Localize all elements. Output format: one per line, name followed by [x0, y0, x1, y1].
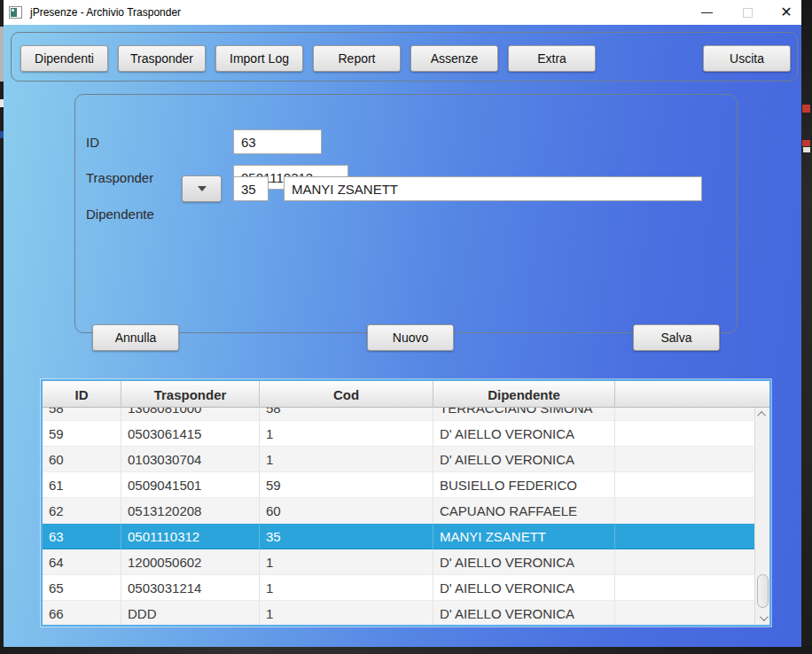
- scroll-down-button[interactable]: [755, 611, 770, 625]
- title-bar[interactable]: jPresenze - Archivio Trasponder ✕: [4, 0, 801, 25]
- minimize-button[interactable]: [693, 0, 720, 25]
- table-row[interactable]: 6001030307041D' AIELLO VERONICA: [43, 447, 754, 472]
- table-cell: 59: [43, 421, 121, 447]
- table-cell: 62: [43, 498, 121, 524]
- table-row[interactable]: 66DDD1D' AIELLO VERONICA: [43, 601, 754, 625]
- table-cell: 59: [260, 472, 433, 498]
- partial-row-clip: 58130808100058TERRACCIANO SIMONA: [43, 408, 754, 421]
- table-cell: 1: [260, 447, 433, 472]
- table-cell: D' AIELLO VERONICA: [433, 575, 615, 601]
- table-row[interactable]: 5905030614151D' AIELLO VERONICA: [43, 421, 754, 447]
- annulla-button[interactable]: Annulla: [92, 324, 179, 351]
- table-cell: 65: [43, 575, 121, 601]
- table-cell: 1: [260, 575, 433, 601]
- table-row[interactable]: 63050111031235MANYI ZSANETT: [43, 524, 754, 549]
- table-cell: 63: [43, 524, 121, 549]
- table-cell: [615, 447, 754, 472]
- maximize-button[interactable]: [734, 0, 761, 25]
- table-cell: 0509041501: [121, 472, 260, 498]
- table-cell: D' AIELLO VERONICA: [433, 549, 615, 575]
- trasponder-label: Trasponder: [86, 170, 153, 185]
- table-cell: 1308081000: [121, 408, 260, 421]
- table-cell: 1: [260, 549, 433, 575]
- table-cell: 60: [43, 447, 121, 472]
- column-header-cod[interactable]: Cod: [260, 381, 433, 408]
- table-row[interactable]: 61050904150159BUSIELLO FEDERICO: [43, 472, 754, 498]
- table-cell: 1: [260, 421, 433, 447]
- table-cell: [615, 601, 754, 625]
- salva-button[interactable]: Salva: [633, 324, 720, 351]
- table-row[interactable]: 62051312020860CAPUANO RAFFAELE: [43, 498, 754, 524]
- table-cell: BUSIELLO FEDERICO: [433, 472, 615, 498]
- table-scrollbar[interactable]: [754, 408, 769, 625]
- id-field[interactable]: 63: [233, 129, 322, 154]
- table-cell: 58: [260, 408, 433, 421]
- table-cell: D' AIELLO VERONICA: [433, 421, 615, 447]
- app-icon: [9, 6, 22, 19]
- minimize-icon: [701, 12, 713, 13]
- toolbar-button-uscita[interactable]: Uscita: [703, 45, 791, 72]
- table-cell: 58: [43, 408, 121, 421]
- chevron-down-icon: [760, 612, 769, 621]
- dipendente-cod-field[interactable]: 35: [233, 176, 269, 201]
- chevron-down-icon: [198, 186, 207, 191]
- close-button[interactable]: ✕: [773, 0, 800, 25]
- table-cell: 0103030704: [121, 447, 260, 472]
- dipendente-label: Dipendente: [86, 206, 154, 222]
- maximize-icon: [743, 8, 753, 18]
- column-header-dipendente[interactable]: Dipendente: [433, 381, 615, 408]
- table-cell: 35: [260, 524, 433, 549]
- toolbar-button-report[interactable]: Report: [313, 45, 401, 72]
- column-header-empty[interactable]: [615, 381, 769, 408]
- nuovo-button[interactable]: Nuovo: [367, 324, 454, 351]
- table-cell: 61: [43, 472, 121, 498]
- table-row[interactable]: 6412000506021D' AIELLO VERONICA: [43, 549, 754, 575]
- column-header-id[interactable]: ID: [43, 381, 121, 408]
- table-cell: 60: [260, 498, 433, 524]
- table-cell: [615, 408, 754, 421]
- table-cell: D' AIELLO VERONICA: [433, 601, 615, 625]
- table-cell: [615, 498, 754, 524]
- toolbar-button-extra[interactable]: Extra: [508, 45, 596, 72]
- table-cell: 64: [43, 549, 121, 575]
- toolbar-button-assenze[interactable]: Assenze: [410, 45, 498, 72]
- column-header-trasponder[interactable]: Trasponder: [121, 381, 260, 408]
- background-artifact: [803, 147, 810, 152]
- dipendente-combobox[interactable]: [182, 175, 222, 202]
- app-window: jPresenze - Archivio Trasponder ✕ Dipend…: [4, 0, 801, 647]
- record-form-panel: ID 63 Trasponder 0501110312 Dipendente 3…: [74, 94, 738, 333]
- table-cell: MANYI ZSANETT: [433, 524, 615, 549]
- table-cell: TERRACCIANO SIMONA: [433, 408, 615, 421]
- toolbar-button-import-log[interactable]: Import Log: [215, 45, 303, 72]
- table-cell: 66: [43, 601, 121, 625]
- desktop-background-bottom: [0, 646, 812, 654]
- table-cell: DDD: [121, 601, 260, 625]
- window-body: Dipendenti Trasponder Import Log Report …: [4, 25, 801, 647]
- table-body: 58130808100058TERRACCIANO SIMONA59050306…: [43, 408, 754, 625]
- table-cell: [615, 549, 754, 575]
- table-cell: 1200050602: [121, 549, 260, 575]
- table-cell: 1: [260, 601, 433, 625]
- scrollbar-thumb[interactable]: [757, 574, 769, 608]
- toolbar-button-dipendenti[interactable]: Dipendenti: [20, 45, 108, 72]
- table-row[interactable]: 6505030312141D' AIELLO VERONICA: [43, 575, 754, 601]
- chevron-up-icon: [757, 411, 766, 420]
- table-cell: 0501110312: [121, 524, 260, 549]
- dipendente-name-field[interactable]: MANYI ZSANETT: [284, 176, 702, 201]
- table-cell: [615, 524, 754, 549]
- table-row[interactable]: 58130808100058TERRACCIANO SIMONA: [43, 408, 754, 421]
- table-cell: 0503031214: [121, 575, 260, 601]
- table-cell: D' AIELLO VERONICA: [433, 447, 615, 472]
- background-artifact: [802, 105, 810, 113]
- trasponder-table: ID Trasponder Cod Dipendente 58130808100…: [41, 379, 771, 627]
- toolbar-button-trasponder[interactable]: Trasponder: [118, 45, 206, 72]
- table-cell: 0503061415: [121, 421, 260, 447]
- close-icon: ✕: [780, 5, 792, 19]
- scroll-up-button[interactable]: [755, 408, 770, 421]
- background-artifact: [802, 140, 810, 146]
- table-cell: 0513120208: [121, 498, 260, 524]
- table-header: ID Trasponder Cod Dipendente: [43, 381, 769, 408]
- table-cell: [615, 575, 754, 601]
- desktop-background-right: [800, 0, 812, 654]
- id-label: ID: [86, 135, 99, 150]
